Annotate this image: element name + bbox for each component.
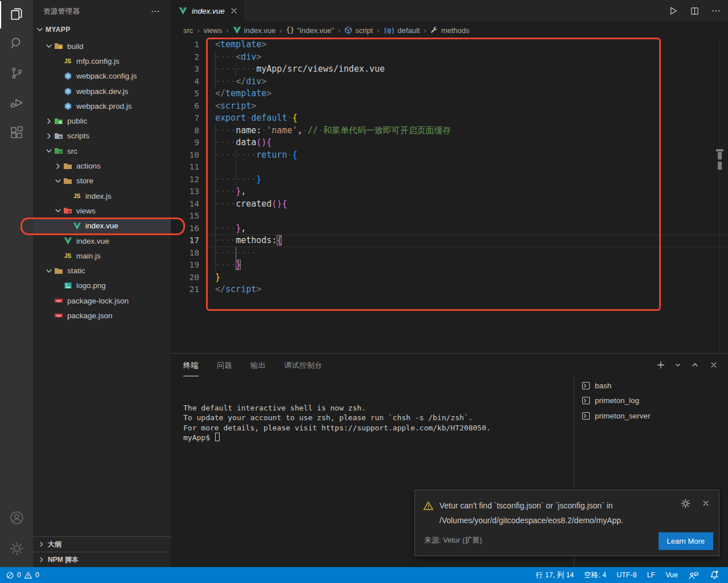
code-line-5[interactable]: 5</template> [171, 88, 728, 100]
breadcrumb-item-script[interactable]: script [344, 26, 373, 35]
status-item-行17列14[interactable]: 行 17, 列 14 [531, 567, 579, 583]
code-line-16[interactable]: 16····}, [171, 223, 728, 235]
line-number[interactable]: 3 [171, 63, 199, 76]
line-number[interactable]: 1 [171, 39, 199, 51]
code-line-6[interactable]: 6<script> [171, 100, 728, 113]
line-number[interactable]: 4 [171, 76, 199, 88]
breadcrumb-item-methods[interactable]: methods [430, 26, 470, 35]
explorer-button[interactable] [0, 0, 33, 30]
code-line-3[interactable]: 3········myApp/src/views/index.vue [171, 63, 728, 76]
account-button[interactable] [0, 503, 33, 534]
close-icon[interactable] [229, 6, 238, 15]
status-item-Vue[interactable]: Vue [660, 567, 683, 583]
overview-ruler[interactable] [719, 38, 720, 353]
outline-section[interactable]: 大纲 [33, 536, 171, 552]
terminal-list-item-primeton_server[interactable]: primeton_server [574, 408, 728, 424]
line-number[interactable]: 12 [171, 174, 199, 186]
code-line-7[interactable]: 7export·default·{ [171, 112, 728, 125]
notification-settings-icon[interactable] [680, 498, 690, 508]
line-number[interactable]: 13 [171, 186, 199, 198]
status-item-UTF-8[interactable]: UTF-8 [611, 567, 641, 583]
tree-item-build[interactable]: build [33, 39, 171, 54]
status-item-LF[interactable]: LF [642, 567, 661, 583]
code-line-12[interactable]: 12········} [171, 174, 728, 186]
line-number[interactable]: 5 [171, 88, 199, 100]
close-panel-button[interactable] [709, 360, 719, 370]
search-button[interactable] [0, 30, 33, 59]
tree-item-webpack.dev.js[interactable]: webpack.dev.js [33, 84, 171, 98]
tab-index-vue[interactable]: index.vue [171, 0, 244, 22]
code-line-13[interactable]: 13····}, [171, 186, 728, 198]
tree-item-webpack.prod.js[interactable]: webpack.prod.js [33, 98, 171, 113]
breadcrumb-item-default[interactable]: [@]default [384, 26, 420, 35]
line-number[interactable]: 21 [171, 284, 199, 296]
line-number[interactable]: 20 [171, 272, 199, 284]
code-line-14[interactable]: 14····created(){ [171, 198, 728, 211]
tree-item-src[interactable]: src [33, 143, 171, 158]
code-line-2[interactable]: 2····<div> [171, 51, 728, 64]
panel-tab-输出[interactable]: 输出 [250, 354, 266, 376]
code-line-8[interactable]: 8····name:·'name',·//·和菜单代码一致即可开启页面缓存 [171, 125, 728, 137]
problems-status[interactable]: 00 [0, 571, 39, 580]
explorer-more-actions-button[interactable] [149, 5, 162, 18]
breadcrumb-item-views[interactable]: views [204, 26, 223, 35]
code-line-21[interactable]: 21</script> [171, 284, 728, 296]
tree-item-package.json[interactable]: npmpackage.json [33, 308, 171, 323]
terminal-list-item-bash[interactable]: bash [574, 378, 728, 393]
line-number[interactable]: 17 [171, 235, 199, 247]
status-item-空格4[interactable]: 空格: 4 [579, 567, 611, 583]
split-editor-button[interactable] [688, 5, 701, 17]
tree-item-index.js[interactable]: JSindex.js [33, 188, 171, 203]
run-debug-button[interactable] [0, 89, 33, 118]
code-line-19[interactable]: 19····} [171, 259, 728, 272]
learn-more-button[interactable]: Learn More [659, 532, 713, 550]
terminal-list-item-primeton_log[interactable]: primeton_log [574, 393, 728, 409]
code-line-20[interactable]: 20} [171, 272, 728, 284]
code-editor[interactable]: 1<template>2····<div>3········myApp/src/… [171, 39, 728, 353]
line-number[interactable]: 15 [171, 210, 199, 223]
source-control-button[interactable] [0, 59, 33, 89]
tree-item-static[interactable]: static [33, 263, 171, 278]
line-number[interactable]: 18 [171, 247, 199, 260]
panel-tab-问题[interactable]: 问题 [217, 354, 232, 376]
status-item-bell-dot[interactable] [704, 567, 725, 583]
line-number[interactable]: 11 [171, 161, 199, 174]
code-line-18[interactable]: 18········ [171, 247, 728, 260]
terminal-dropdown-button[interactable] [674, 360, 681, 370]
tree-item-views[interactable]: views [33, 203, 171, 218]
extensions-button[interactable] [0, 118, 33, 148]
tree-item-mfp.config.js[interactable]: JSmfp.config.js [33, 54, 171, 68]
breadcrumb-item-index.vue[interactable]: index.vue [233, 26, 276, 35]
tree-item-scripts[interactable]: scripts [33, 129, 171, 143]
line-number[interactable]: 16 [171, 223, 199, 235]
maximize-panel-button[interactable] [690, 360, 700, 370]
run-file-button[interactable] [667, 5, 679, 17]
tree-item-public[interactable]: public [33, 113, 171, 128]
line-number[interactable]: 2 [171, 51, 199, 64]
line-number[interactable]: 8 [171, 125, 199, 137]
tree-item-store[interactable]: store [33, 174, 171, 188]
tree-item-webpack.config.js[interactable]: webpack.config.js [33, 69, 171, 84]
tree-item-index.vue[interactable]: index.vue [33, 219, 171, 233]
breadcrumb-item-index.vue[interactable]: {}"index.vue" [286, 26, 334, 35]
code-line-10[interactable]: 10········return·{ [171, 149, 728, 162]
npm-scripts-section[interactable]: NPM 脚本 [33, 552, 171, 567]
line-number[interactable]: 6 [171, 100, 199, 113]
line-number[interactable]: 14 [171, 198, 199, 211]
line-number[interactable]: 10 [171, 149, 199, 162]
line-number[interactable]: 9 [171, 137, 199, 149]
panel-tab-调试控制台[interactable]: 调试控制台 [284, 354, 323, 376]
code-line-11[interactable]: 11 [171, 161, 728, 174]
tree-item-logo.png[interactable]: logo.png [33, 278, 171, 293]
breadcrumb-item-src[interactable]: src [183, 26, 193, 35]
code-line-9[interactable]: 9····data(){ [171, 137, 728, 149]
code-line-17[interactable]: 17····methods:{ [171, 235, 728, 247]
tree-item-main.js[interactable]: JSmain.js [33, 248, 171, 263]
new-terminal-button[interactable] [656, 360, 666, 370]
status-item-feedback[interactable] [683, 567, 704, 583]
code-line-1[interactable]: 1<template> [171, 39, 728, 51]
line-number[interactable]: 7 [171, 112, 199, 125]
tree-item-index.vue[interactable]: index.vue [33, 233, 171, 248]
notification-close-icon[interactable] [701, 498, 711, 508]
settings-button[interactable] [0, 534, 33, 565]
